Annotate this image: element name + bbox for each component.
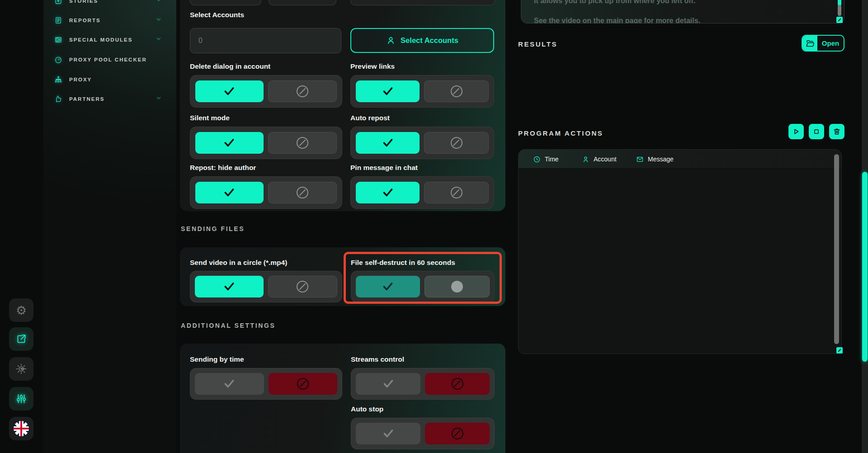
stop-icon [812, 127, 821, 136]
envelope-icon [636, 156, 644, 163]
text-input[interactable] [350, 0, 495, 5]
toggle-on-button[interactable] [356, 423, 420, 444]
clear-log-button[interactable] [829, 124, 844, 139]
resize-grip-icon[interactable] [836, 347, 843, 354]
plus-square-icon [54, 0, 62, 5]
toggle-off-button[interactable] [424, 80, 489, 102]
text-input[interactable] [269, 0, 336, 5]
trash-icon [833, 127, 841, 136]
toggle-off-button[interactable] [424, 132, 489, 154]
toggle-label: Streams control [351, 355, 404, 363]
left-icon-rail: ⚙ [0, 0, 43, 453]
sidebar-item-proxy[interactable]: PROXY [43, 72, 176, 87]
toggle-label: Silent mode [190, 114, 230, 122]
block-icon [451, 281, 463, 293]
check-icon [223, 379, 235, 388]
thumbs-up-icon [54, 95, 62, 103]
toggle-silent-mode [190, 127, 342, 159]
toggle-off-button[interactable] [425, 373, 490, 395]
toggle-off-button[interactable] [425, 276, 490, 297]
language-button[interactable] [9, 417, 33, 440]
results-header: RESULTS [518, 40, 557, 48]
person-icon [582, 156, 590, 163]
toggle-off-button[interactable] [268, 276, 338, 297]
text-input[interactable] [190, 0, 261, 5]
toggle-streams-control [351, 368, 495, 400]
theme-brightness-button[interactable] [9, 357, 33, 381]
toggle-preview-links [350, 75, 494, 108]
toggle-label: Delete dialog in account [190, 62, 270, 71]
table-header-row: Time Account Message [519, 150, 841, 169]
page-scrollbar-thumb[interactable] [862, 172, 868, 362]
toggle-off-button[interactable] [269, 373, 338, 395]
toggle-on-button[interactable] [195, 373, 264, 395]
toggle-on-button[interactable] [356, 276, 420, 297]
external-link-icon [15, 333, 27, 345]
gauge-icon [54, 56, 62, 64]
block-icon [452, 378, 463, 390]
check-icon [223, 188, 235, 197]
column-header-account[interactable]: Account [582, 150, 617, 169]
toggle-label: Repost: hide author [190, 164, 256, 172]
toggle-on-button[interactable] [195, 276, 264, 297]
sidebar-item-partners[interactable]: PARTNERS [43, 92, 176, 106]
block-icon [297, 281, 308, 293]
toggle-label: File self-destruct in 60 seconds [351, 259, 455, 267]
toggle-label: Auto repost [350, 114, 390, 122]
run-button[interactable] [788, 124, 804, 139]
table-scrollbar[interactable] [834, 154, 839, 344]
toggle-label: Send video in a circle (*.mp4) [190, 259, 287, 267]
program-actions-table: Time Account Message [518, 149, 842, 354]
check-icon [382, 188, 394, 197]
person-icon [386, 36, 396, 45]
toggle-on-button[interactable] [356, 132, 420, 154]
toggle-on-button[interactable] [195, 80, 264, 102]
open-results-button[interactable]: Open [802, 35, 844, 52]
toggle-sending-by-time [190, 368, 342, 400]
toggle-on-button[interactable] [195, 182, 264, 203]
sidebar-item-special-modules[interactable]: SPECIAL MODULES [43, 33, 176, 47]
toggle-off-button[interactable] [268, 80, 337, 102]
toggle-on-button[interactable] [356, 373, 420, 395]
resize-grip-icon[interactable] [836, 17, 843, 23]
chevron-down-icon [156, 95, 162, 103]
toggle-label: Preview links [350, 62, 395, 71]
sending-files-card: Send video in a circle (*.mp4) File self… [180, 247, 505, 306]
toggle-auto-repost [350, 127, 494, 159]
toggle-delete-dialog [190, 75, 342, 108]
program-actions-header: PROGRAM ACTIONS [518, 129, 603, 137]
check-icon [382, 138, 394, 147]
info-textbox[interactable]: It allows you to pick up from where you … [521, 0, 844, 24]
info-line: See the video on the main page for more … [534, 17, 700, 24]
settings-button[interactable]: ⚙ [9, 298, 33, 322]
toggle-repost-hide-author [190, 176, 342, 209]
folder-icon [802, 36, 817, 51]
toggle-pin-message [350, 176, 494, 209]
chevron-down-icon [156, 16, 162, 24]
external-link-button[interactable] [9, 327, 33, 351]
toggle-off-button[interactable] [424, 182, 489, 203]
column-header-time[interactable]: Time [533, 150, 559, 169]
sidebar-item-reports[interactable]: REPORTS [43, 13, 176, 28]
accounts-count-input[interactable]: 0 [190, 28, 341, 53]
info-scrollbar[interactable] [838, 0, 841, 17]
filters-button[interactable] [9, 387, 33, 411]
block-icon [297, 85, 308, 97]
stop-button[interactable] [809, 124, 824, 139]
info-line: It allows you to pick up from where you … [534, 0, 695, 5]
chevron-down-icon [156, 0, 162, 5]
brightness-icon [15, 363, 27, 375]
additional-settings-header: ADDITIONAL SETTINGS [181, 322, 275, 329]
sidebar-item-stories[interactable]: STORIES [43, 0, 176, 8]
toggle-on-button[interactable] [195, 132, 264, 154]
toggle-on-button[interactable] [356, 182, 420, 203]
toggle-on-button[interactable] [356, 80, 420, 102]
sliders-icon [15, 393, 27, 405]
toggle-off-button[interactable] [268, 132, 337, 154]
select-accounts-button[interactable]: Select Accounts [350, 28, 494, 53]
block-icon [451, 137, 462, 149]
toggle-off-button[interactable] [425, 423, 490, 444]
toggle-off-button[interactable] [268, 182, 337, 203]
column-header-message[interactable]: Message [636, 150, 674, 169]
sidebar-item-proxy-pool-checker[interactable]: PROXY POOL CHECKER [43, 52, 176, 67]
